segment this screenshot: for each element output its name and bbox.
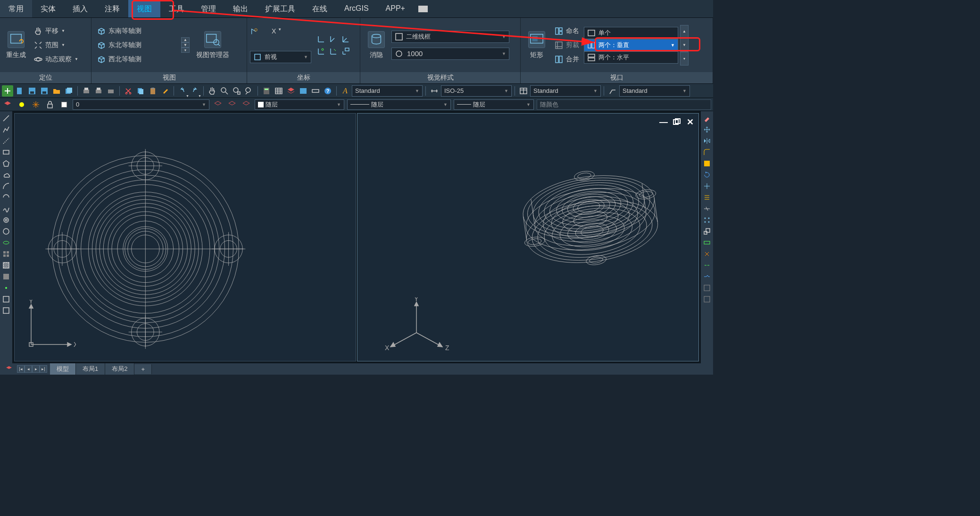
layers-button[interactable] — [285, 85, 297, 97]
menu-insert[interactable]: 插入 — [64, 0, 96, 17]
table-style-dropdown[interactable]: Standard▼ — [530, 85, 601, 97]
tab-nav-next[interactable]: ▸ — [32, 365, 40, 373]
pattern-tool[interactable] — [1, 249, 11, 259]
menu-ext-tools[interactable]: 扩展工具 — [257, 0, 304, 17]
tab-nav-last[interactable]: ▸| — [40, 365, 47, 373]
explode-tool[interactable] — [702, 249, 712, 259]
iso-se-button[interactable]: 东南等轴测 — [94, 25, 179, 38]
menu-entity[interactable]: 实体 — [32, 0, 64, 17]
plotstyle-dropdown[interactable]: 随颜色 — [537, 99, 711, 110]
menu-online[interactable]: 在线 — [304, 0, 336, 17]
visual-style-dropdown[interactable]: 二维线框 ▼ — [391, 31, 509, 43]
view-manager-button[interactable]: 视图管理器 — [191, 22, 234, 69]
close-icon[interactable]: ✕ — [685, 117, 695, 127]
visual-value-field[interactable]: ▼ — [391, 48, 509, 60]
circle-tool[interactable] — [1, 226, 11, 237]
print-batch-button[interactable] — [105, 85, 116, 97]
open-multi-button[interactable] — [63, 85, 75, 97]
break-tool[interactable] — [702, 271, 712, 282]
settings-button[interactable] — [298, 85, 309, 97]
menu-output[interactable]: 输出 — [224, 0, 257, 17]
calc-button[interactable] — [261, 85, 272, 97]
edit1-tool[interactable] — [702, 283, 712, 293]
ray-tool[interactable] — [1, 136, 11, 146]
menu-manage[interactable]: 管理 — [192, 0, 224, 17]
regen-button[interactable]: 重生成 — [3, 22, 29, 69]
lineweight-bylayer-dropdown[interactable]: 随层 ▼ — [454, 99, 534, 110]
zoom-prev-button[interactable] — [243, 85, 255, 97]
iso-ne-button[interactable]: 东北等轴测 — [94, 39, 179, 52]
tab-add[interactable]: + — [134, 364, 152, 374]
donut-tool[interactable] — [1, 215, 11, 225]
vp-scroll-down[interactable]: ▼ — [680, 38, 689, 52]
mirror-tool[interactable] — [702, 136, 712, 146]
boundary-tool[interactable] — [1, 305, 11, 316]
offset-tool[interactable] — [702, 192, 712, 203]
linetype-bylayer-dropdown[interactable]: 随层 ▼ — [347, 99, 451, 110]
edit2-tool[interactable] — [702, 294, 712, 304]
menu-common[interactable]: 常用 — [0, 0, 32, 17]
undo-button[interactable]: ▼ — [177, 85, 188, 97]
vp-scroll-more[interactable]: ▾ — [680, 52, 689, 66]
layer-props-button[interactable] — [2, 99, 13, 110]
pan-button[interactable]: 平移 ▼ — [31, 25, 81, 38]
new-doc-button[interactable] — [14, 85, 25, 97]
rotate-tool[interactable] — [702, 170, 712, 180]
tab-layers-icon[interactable] — [4, 364, 14, 374]
save-as-button[interactable] — [39, 85, 50, 97]
menu-app-plus[interactable]: APP+ — [377, 0, 414, 17]
match-prop-button[interactable] — [159, 85, 171, 97]
scale-tool[interactable] — [702, 226, 712, 237]
minimize-icon[interactable]: — — [659, 117, 668, 127]
menu-arcgis[interactable]: ArcGIS — [336, 0, 377, 17]
viewport-right[interactable]: — ✕ — [357, 113, 699, 361]
ucs-tool-6[interactable] — [341, 47, 350, 56]
save-button[interactable] — [26, 85, 38, 97]
polygon-tool[interactable] — [1, 158, 11, 169]
polyline-tool[interactable] — [1, 124, 11, 135]
tab-model[interactable]: 模型 — [50, 363, 76, 375]
color-bylayer-dropdown[interactable]: 随层 ▼ — [255, 99, 344, 110]
iso-scroll-down[interactable]: ▼ — [181, 42, 190, 48]
spline-tool[interactable] — [1, 204, 11, 214]
ucs-tool-4[interactable] — [317, 47, 325, 56]
layer-uniso-button[interactable] — [226, 99, 238, 110]
line-tool[interactable] — [1, 113, 11, 123]
iso-scroll-up[interactable]: ▲ — [181, 37, 190, 42]
ucs-tool-3[interactable] — [341, 35, 350, 43]
more-tool[interactable] — [1, 294, 11, 304]
hatch-tool[interactable] — [1, 260, 11, 270]
block-tool[interactable] — [702, 158, 712, 169]
hide-button[interactable]: 消隐 — [363, 22, 390, 69]
viewport-two-horizontal[interactable]: 两个：水平 — [584, 51, 678, 64]
stretch-tool[interactable] — [702, 238, 712, 248]
measure-button[interactable] — [310, 85, 321, 97]
move2-tool[interactable] — [702, 181, 712, 191]
menu-view[interactable]: 视图 — [128, 0, 160, 17]
ucs-tool-2[interactable] — [329, 35, 338, 43]
point-tool[interactable] — [1, 283, 11, 293]
layer-match-button[interactable] — [241, 99, 252, 110]
tab-nav-prev[interactable]: ◂ — [25, 365, 32, 373]
viewport-merge-button[interactable]: 合并 — [552, 53, 582, 66]
tab-layout-2[interactable]: 布局2 — [105, 363, 134, 375]
ucs-tool-1[interactable] — [317, 35, 325, 43]
pan-tool-button[interactable] — [207, 85, 218, 97]
viewport-rect-button[interactable]: 矩形 — [523, 22, 550, 69]
layer-freeze-button[interactable] — [30, 99, 42, 110]
menu-annotate[interactable]: 注释 — [96, 0, 128, 17]
open-button[interactable] — [51, 85, 62, 97]
orbit-button[interactable]: 动态观察 ▼ — [31, 53, 81, 66]
menu-tools[interactable]: 工具 — [160, 0, 192, 17]
ellipse-arc-tool[interactable] — [1, 238, 11, 248]
table-button[interactable] — [273, 85, 284, 97]
join-tool[interactable] — [702, 260, 712, 270]
move-tool[interactable] — [702, 124, 712, 135]
view-direction-dropdown[interactable]: 前视 ▼ — [250, 51, 311, 63]
viewport-left[interactable]: X Y — [14, 113, 356, 361]
iso-nw-button[interactable]: 西北等轴测 — [94, 53, 179, 66]
mleader-style-dropdown[interactable]: Standard▼ — [619, 85, 690, 97]
zoom-rect-tool-button[interactable] — [231, 85, 242, 97]
cut-button[interactable] — [123, 85, 134, 97]
trim-tool[interactable] — [702, 204, 712, 214]
